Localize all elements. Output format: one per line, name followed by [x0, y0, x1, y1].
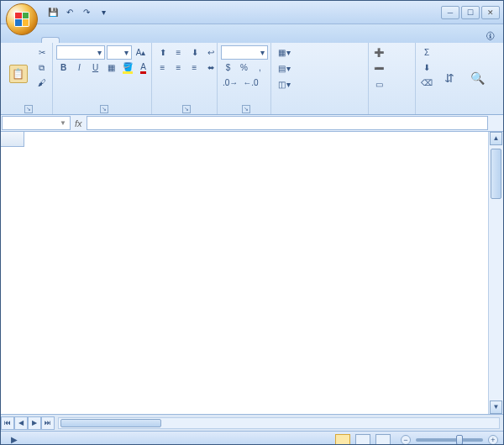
- undo-icon[interactable]: ↶: [63, 6, 76, 19]
- paste-button[interactable]: 📋: [4, 45, 32, 103]
- formula-bar: ▼ fx: [1, 115, 503, 132]
- scroll-up-icon[interactable]: ▲: [490, 132, 502, 145]
- formula-input[interactable]: [87, 116, 488, 130]
- number-format-combo[interactable]: ▾: [221, 45, 268, 60]
- save-icon[interactable]: 💾: [46, 6, 60, 19]
- brush-icon: 🖌: [37, 78, 47, 88]
- fill-button[interactable]: ⬇: [419, 60, 434, 75]
- first-sheet-icon[interactable]: ⏮: [1, 416, 14, 430]
- fx-button[interactable]: fx: [75, 118, 82, 128]
- align-bottom-button[interactable]: ⬇: [187, 45, 202, 60]
- bold-button[interactable]: B: [56, 60, 71, 75]
- copy-icon: ⧉: [37, 63, 47, 73]
- clipboard-dialog-icon[interactable]: ↘: [24, 105, 33, 113]
- zoom-in-button[interactable]: +: [488, 435, 498, 445]
- macro-record-icon[interactable]: ▶: [11, 435, 18, 444]
- fill-color-button[interactable]: 🪣: [120, 60, 134, 75]
- decrease-decimal-button[interactable]: ←.0: [241, 76, 260, 90]
- status-bar: ▶ − +: [1, 431, 503, 445]
- close-button[interactable]: ✕: [481, 6, 500, 19]
- vertical-scroll-thumb[interactable]: [491, 149, 501, 199]
- page-break-view-button[interactable]: [375, 434, 391, 446]
- chevron-down-icon: ▼: [60, 119, 66, 127]
- font-size-combo[interactable]: ▾: [107, 45, 132, 60]
- next-sheet-icon[interactable]: ▶: [28, 416, 41, 430]
- vertical-scrollbar[interactable]: ▲ ▼: [488, 132, 503, 414]
- zoom-out-button[interactable]: −: [401, 435, 411, 445]
- italic-button[interactable]: I: [72, 60, 87, 75]
- find-icon: 🔍: [472, 73, 482, 83]
- zoom-thumb[interactable]: [456, 435, 463, 445]
- page-layout-view-button[interactable]: [355, 434, 370, 446]
- column-headers: [24, 132, 488, 147]
- align-middle-button[interactable]: ≡: [171, 45, 186, 60]
- insert-icon: ➕: [374, 48, 384, 58]
- prev-sheet-icon[interactable]: ◀: [14, 416, 28, 430]
- scroll-down-icon[interactable]: ▼: [490, 400, 502, 414]
- align-right-button[interactable]: ≡: [187, 60, 202, 75]
- cell-styles-button[interactable]: ◫ ▾: [275, 77, 367, 92]
- align-left-button[interactable]: ≡: [155, 60, 170, 75]
- sort-filter-button[interactable]: ⇵: [437, 45, 462, 112]
- ribbon: 📋 ✂ ⧉ 🖌 ↘ ▾ ▾ A▴ B I U ▦ 🪣 A: [1, 43, 503, 115]
- format-cells-button[interactable]: ▭: [372, 77, 414, 92]
- normal-view-button[interactable]: [335, 434, 350, 446]
- number-dialog-icon[interactable]: ↘: [242, 105, 250, 113]
- qat-dropdown-icon[interactable]: ▾: [97, 6, 110, 19]
- find-select-button[interactable]: 🔍: [465, 45, 490, 112]
- maximize-button[interactable]: ☐: [461, 6, 480, 19]
- office-button[interactable]: [6, 3, 38, 35]
- autosum-button[interactable]: Σ: [419, 45, 434, 60]
- table-icon: ▤: [276, 64, 286, 74]
- grow-font-button[interactable]: A▴: [134, 45, 148, 60]
- redo-icon[interactable]: ↷: [80, 6, 93, 19]
- eraser-icon: ⌫: [421, 78, 433, 87]
- horizontal-scrollbar[interactable]: [58, 417, 500, 429]
- copy-button[interactable]: ⧉: [34, 60, 49, 75]
- merge-button[interactable]: ⬌: [203, 60, 218, 75]
- delete-icon: ➖: [374, 64, 384, 74]
- zoom-slider[interactable]: [416, 438, 483, 442]
- comma-button[interactable]: ,: [253, 60, 267, 75]
- insert-cells-button[interactable]: ➕: [372, 45, 414, 60]
- name-box[interactable]: ▼: [2, 116, 71, 130]
- chevron-down-icon: ▾: [124, 48, 129, 57]
- alignment-dialog-icon[interactable]: ↘: [182, 105, 191, 113]
- quick-access-toolbar: 💾 ↶ ↷ ▾: [46, 6, 110, 19]
- horizontal-scroll-thumb[interactable]: [60, 419, 161, 427]
- clear-button[interactable]: ⌫: [419, 76, 434, 90]
- select-all-corner[interactable]: [1, 132, 24, 147]
- increase-decimal-button[interactable]: .0→: [221, 76, 239, 90]
- format-painter-button[interactable]: 🖌: [34, 76, 49, 90]
- fill-icon: ⬇: [423, 63, 430, 72]
- worksheet: ▲ ▼: [1, 132, 503, 414]
- cut-icon: ✂: [37, 48, 47, 58]
- cut-button[interactable]: ✂: [34, 45, 49, 60]
- border-button[interactable]: ▦: [104, 60, 118, 75]
- tab-home[interactable]: [41, 37, 60, 43]
- cell-styles-icon: ◫: [276, 80, 286, 90]
- currency-button[interactable]: $: [221, 60, 235, 75]
- minimize-button[interactable]: ─: [441, 6, 459, 19]
- wrap-text-button[interactable]: ↩: [203, 45, 218, 60]
- delete-cells-button[interactable]: ➖: [372, 61, 414, 76]
- percent-button[interactable]: %: [237, 60, 251, 75]
- font-dialog-icon[interactable]: ↘: [100, 105, 108, 113]
- align-top-button[interactable]: ⬆: [155, 45, 170, 60]
- title-bar: 💾 ↶ ↷ ▾ ─ ☐ ✕: [1, 1, 503, 24]
- help-icon[interactable]: 🛈: [482, 29, 498, 43]
- chevron-down-icon: ▾: [260, 48, 265, 57]
- paste-icon: 📋: [9, 65, 28, 83]
- sigma-icon: Σ: [424, 48, 429, 57]
- conditional-formatting-button[interactable]: ▦ ▾: [275, 45, 367, 60]
- format-as-table-button[interactable]: ▤ ▾: [275, 61, 367, 76]
- chevron-down-icon: ▾: [97, 48, 102, 57]
- underline-button[interactable]: U: [88, 60, 102, 75]
- row-headers: [1, 147, 24, 414]
- font-name-combo[interactable]: ▾: [56, 45, 105, 60]
- align-center-button[interactable]: ≡: [171, 60, 186, 75]
- last-sheet-icon[interactable]: ⏭: [41, 416, 55, 430]
- ribbon-tabs: 🛈: [1, 24, 503, 43]
- font-color-button[interactable]: A: [136, 60, 150, 75]
- cond-format-icon: ▦: [276, 48, 286, 58]
